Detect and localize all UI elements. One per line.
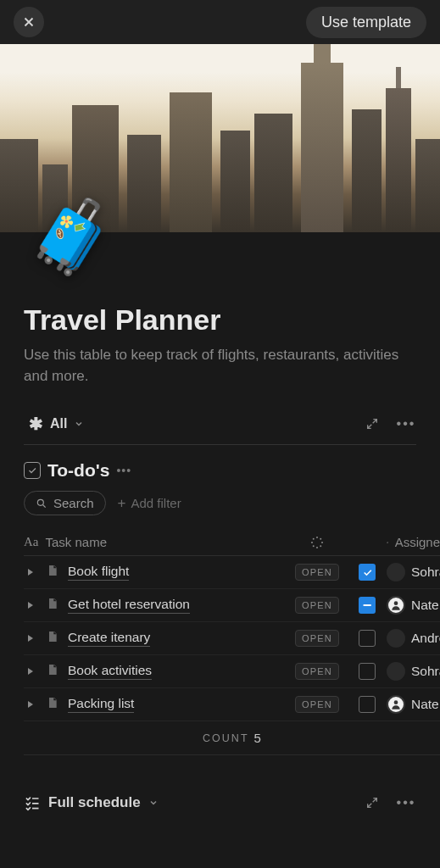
- section-more-button[interactable]: •••: [116, 464, 131, 477]
- open-button[interactable]: OPEN: [295, 597, 339, 614]
- expand-icon: [365, 417, 379, 431]
- status-icon: [310, 536, 324, 549]
- view-tab-label: All: [50, 416, 67, 431]
- view-label: Full schedule: [48, 794, 141, 811]
- chevron-down-icon: [148, 798, 159, 808]
- dots-icon: •••: [397, 416, 416, 431]
- column-header-name[interactable]: Aa Task name: [24, 535, 287, 549]
- view-full-schedule[interactable]: Full schedule: [24, 794, 159, 811]
- close-button[interactable]: [14, 7, 44, 37]
- add-filter-label: Add filter: [131, 496, 181, 510]
- task-name[interactable]: Get hotel reservation: [68, 597, 190, 614]
- svg-point-3: [321, 542, 323, 543]
- svg-point-5: [316, 547, 318, 548]
- row-expand-toggle[interactable]: [24, 601, 37, 609]
- asterisk-icon: ✱: [29, 415, 43, 432]
- search-button[interactable]: Search: [24, 491, 106, 515]
- section-checkbox-icon: [24, 462, 41, 479]
- assignee-name: Sohrab: [411, 664, 440, 679]
- open-button[interactable]: OPEN: [295, 564, 339, 581]
- add-filter-button[interactable]: + Add filter: [118, 495, 181, 512]
- svg-point-9: [387, 542, 388, 542]
- table-row: Packing listOPENNate M: [24, 688, 440, 721]
- avatar: [387, 596, 405, 615]
- done-checkbox[interactable]: [359, 696, 376, 713]
- search-icon: [36, 498, 47, 509]
- page-icon: [46, 564, 59, 581]
- row-expand-toggle[interactable]: [24, 667, 37, 676]
- svg-point-4: [320, 545, 321, 547]
- row-expand-toggle[interactable]: [24, 568, 37, 576]
- people-icon: [387, 536, 389, 549]
- table-row: Create itenaryOPENAndrea: [24, 622, 440, 655]
- open-button[interactable]: OPEN: [295, 630, 339, 647]
- task-name[interactable]: Book activities: [68, 663, 152, 680]
- view-tab-all[interactable]: ✱ All: [24, 412, 89, 436]
- task-name[interactable]: Book flight: [68, 564, 129, 581]
- page-icon: [46, 696, 59, 713]
- more-options-button-2[interactable]: •••: [396, 793, 416, 813]
- avatar: [387, 695, 405, 714]
- svg-point-7: [311, 542, 313, 543]
- tasks-table: Aa Task name Assigne Book flightOPENSohr…: [24, 529, 440, 755]
- assignee-name: Andrea: [411, 631, 440, 646]
- page-icon: [46, 630, 59, 647]
- table-count-row: COUNT 5: [24, 721, 440, 755]
- svg-point-11: [394, 602, 398, 606]
- svg-point-2: [320, 538, 321, 540]
- chevron-down-icon: [74, 419, 84, 429]
- page-description: Use this table to keep track of flights,…: [24, 345, 416, 387]
- svg-point-8: [313, 538, 315, 540]
- task-name[interactable]: Packing list: [68, 696, 134, 713]
- page-icon: [46, 663, 59, 680]
- page-icon-suitcase[interactable]: 🧳: [27, 195, 116, 279]
- page-title: Travel Planner: [24, 303, 416, 337]
- dots-icon: •••: [397, 795, 416, 810]
- task-name[interactable]: Create itenary: [68, 630, 150, 647]
- svg-point-10: [387, 542, 388, 542]
- open-button[interactable]: OPEN: [295, 696, 339, 713]
- count-label: COUNT: [203, 732, 248, 744]
- row-expand-toggle[interactable]: [24, 634, 37, 643]
- assignee-name: Nate M: [411, 598, 440, 613]
- open-button[interactable]: OPEN: [295, 663, 339, 680]
- column-header-status[interactable]: [287, 536, 348, 549]
- column-header-assignee[interactable]: Assigne: [387, 535, 440, 549]
- search-label: Search: [53, 496, 94, 510]
- done-checkbox[interactable]: [359, 564, 376, 581]
- assignee-name: Nate M: [411, 697, 440, 712]
- table-row: Book activitiesOPENSohrab: [24, 655, 440, 688]
- more-options-button[interactable]: •••: [396, 414, 416, 434]
- text-type-icon: Aa: [24, 535, 39, 549]
- count-value: 5: [254, 731, 261, 745]
- svg-point-12: [394, 701, 398, 705]
- row-expand-toggle[interactable]: [24, 700, 37, 709]
- svg-point-1: [316, 537, 318, 538]
- done-checkbox[interactable]: −: [359, 597, 376, 614]
- page-icon: [46, 597, 59, 614]
- list-check-icon: [24, 794, 41, 811]
- section-title: To-do's: [47, 460, 109, 481]
- expand-button-2[interactable]: [362, 793, 382, 813]
- done-checkbox[interactable]: [359, 630, 376, 647]
- expand-button[interactable]: [362, 414, 382, 434]
- avatar: [387, 629, 405, 648]
- avatar: [387, 563, 405, 581]
- table-row: Book flightOPENSohrab: [24, 556, 440, 589]
- assignee-name: Sohrab: [411, 565, 440, 580]
- avatar: [387, 662, 405, 681]
- use-template-button[interactable]: Use template: [306, 7, 426, 38]
- expand-icon: [365, 796, 379, 810]
- svg-point-6: [313, 545, 315, 547]
- svg-point-0: [37, 499, 43, 505]
- close-icon: [21, 14, 36, 30]
- table-row: Get hotel reservationOPEN−Nate M: [24, 589, 440, 622]
- plus-icon: +: [118, 495, 126, 512]
- done-checkbox[interactable]: [359, 663, 376, 680]
